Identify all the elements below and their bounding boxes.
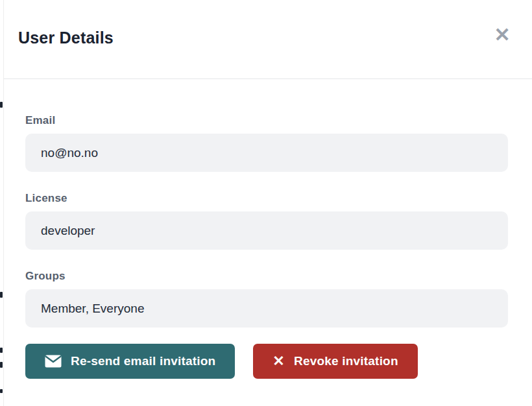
modal-body: Email License Groups	[4, 79, 532, 379]
user-details-modal: User Details ✕ Email License Groups	[3, 0, 532, 406]
revoke-invitation-label: Revoke invitation	[294, 354, 398, 368]
modal-title: User Details	[18, 29, 114, 47]
background-content-sliver	[0, 102, 3, 108]
groups-field-group: Groups	[25, 270, 511, 328]
background-content-sliver	[0, 292, 3, 298]
groups-field[interactable]	[25, 289, 508, 328]
revoke-invitation-button[interactable]: ✕ Revoke invitation	[253, 344, 417, 379]
page-background: User Details ✕ Email License Groups	[0, 0, 532, 406]
modal-header: User Details ✕	[4, 0, 532, 79]
email-label: Email	[25, 114, 511, 127]
background-content-sliver	[0, 362, 3, 368]
close-icon[interactable]: ✕	[490, 23, 514, 47]
email-field[interactable]	[25, 134, 508, 172]
resend-invitation-button[interactable]: Re-send email invitation	[25, 344, 235, 379]
background-content-sliver	[0, 389, 3, 393]
license-label: License	[25, 192, 511, 205]
resend-invitation-label: Re-send email invitation	[71, 354, 215, 368]
background-content-sliver	[0, 348, 3, 353]
x-icon: ✕	[272, 354, 285, 368]
email-field-group: Email	[25, 114, 511, 172]
modal-actions: Re-send email invitation ✕ Revoke invita…	[25, 344, 511, 379]
license-field[interactable]	[25, 211, 508, 250]
groups-label: Groups	[25, 270, 511, 283]
license-field-group: License	[25, 192, 511, 250]
envelope-icon	[45, 355, 62, 368]
